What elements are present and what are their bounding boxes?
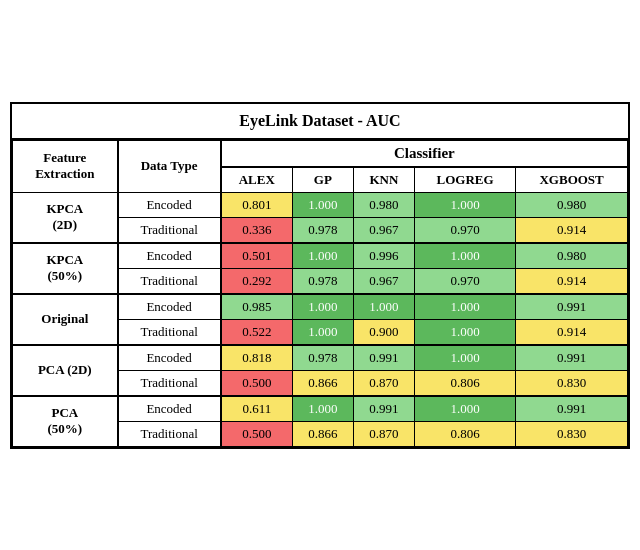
value-cell: 0.970 [414,268,515,294]
value-cell: 0.870 [353,421,414,446]
table-row: KPCA (2D)Encoded0.8011.0000.9801.0000.98… [13,192,628,217]
value-cell: 0.806 [414,421,515,446]
datatype-cell: Encoded [118,396,221,422]
value-cell: 0.980 [353,192,414,217]
value-cell: 1.000 [292,396,353,422]
col-knn: KNN [353,167,414,193]
value-cell: 0.985 [221,294,293,320]
value-cell: 0.991 [353,345,414,371]
value-cell: 1.000 [414,396,515,422]
feature-cell: PCA (2D) [13,345,118,396]
value-cell: 0.967 [353,268,414,294]
value-cell: 0.866 [292,421,353,446]
value-cell: 0.501 [221,243,293,269]
value-cell: 0.500 [221,421,293,446]
value-cell: 0.292 [221,268,293,294]
value-cell: 0.970 [414,217,515,243]
datatype-cell: Traditional [118,319,221,345]
table-row: PCA (2D)Encoded0.8180.9780.9911.0000.991 [13,345,628,371]
value-cell: 1.000 [414,192,515,217]
value-cell: 0.806 [414,370,515,396]
datatype-cell: Encoded [118,192,221,217]
datatype-cell: Encoded [118,345,221,371]
value-cell: 0.978 [292,345,353,371]
value-cell: 1.000 [414,243,515,269]
feature-cell: Original [13,294,118,345]
value-cell: 1.000 [353,294,414,320]
data-type-header: Data Type [118,140,221,192]
main-header-row: Feature Extraction Data Type Classifier [13,140,628,167]
value-cell: 0.978 [292,217,353,243]
datatype-cell: Encoded [118,294,221,320]
table-row: OriginalEncoded0.9851.0001.0001.0000.991 [13,294,628,320]
value-cell: 0.980 [516,243,628,269]
datatype-cell: Traditional [118,421,221,446]
value-cell: 0.991 [516,345,628,371]
value-cell: 0.500 [221,370,293,396]
col-xgboost: XGBOOST [516,167,628,193]
value-cell: 0.978 [292,268,353,294]
value-cell: 0.991 [516,294,628,320]
value-cell: 0.830 [516,421,628,446]
value-cell: 0.611 [221,396,293,422]
value-cell: 0.801 [221,192,293,217]
value-cell: 1.000 [292,294,353,320]
value-cell: 0.870 [353,370,414,396]
value-cell: 0.336 [221,217,293,243]
value-cell: 1.000 [414,345,515,371]
col-logreg: LOGREG [414,167,515,193]
value-cell: 0.980 [516,192,628,217]
value-cell: 0.522 [221,319,293,345]
table-body: KPCA (2D)Encoded0.8011.0000.9801.0000.98… [13,192,628,446]
value-cell: 0.914 [516,268,628,294]
col-gp: GP [292,167,353,193]
value-cell: 0.830 [516,370,628,396]
table-row: KPCA (50%)Encoded0.5011.0000.9961.0000.9… [13,243,628,269]
value-cell: 1.000 [414,319,515,345]
value-cell: 1.000 [292,319,353,345]
value-cell: 0.914 [516,319,628,345]
value-cell: 0.967 [353,217,414,243]
value-cell: 0.991 [516,396,628,422]
value-cell: 0.866 [292,370,353,396]
value-cell: 0.996 [353,243,414,269]
value-cell: 1.000 [414,294,515,320]
value-cell: 0.991 [353,396,414,422]
col-alex: ALEX [221,167,293,193]
datatype-cell: Traditional [118,217,221,243]
value-cell: 1.000 [292,192,353,217]
feature-extraction-header: Feature Extraction [13,140,118,192]
feature-cell: PCA (50%) [13,396,118,447]
table-title: EyeLink Dataset - AUC [12,104,628,140]
value-cell: 0.818 [221,345,293,371]
datatype-cell: Encoded [118,243,221,269]
datatype-cell: Traditional [118,268,221,294]
value-cell: 0.914 [516,217,628,243]
feature-cell: KPCA (50%) [13,243,118,294]
data-table: Feature Extraction Data Type Classifier … [12,140,628,447]
classifier-header: Classifier [221,140,628,167]
value-cell: 1.000 [292,243,353,269]
datatype-cell: Traditional [118,370,221,396]
table-row: PCA (50%)Encoded0.6111.0000.9911.0000.99… [13,396,628,422]
feature-cell: KPCA (2D) [13,192,118,243]
value-cell: 0.900 [353,319,414,345]
main-container: EyeLink Dataset - AUC Feature Extraction… [10,102,630,449]
